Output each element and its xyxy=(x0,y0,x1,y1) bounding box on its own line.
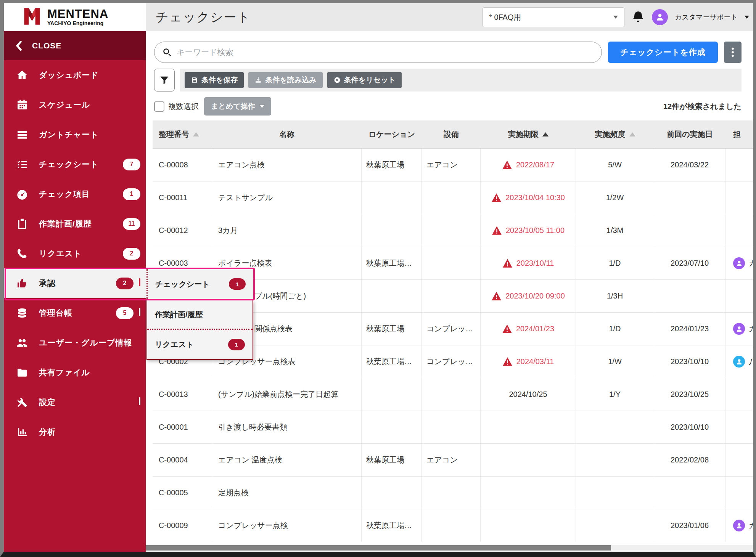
column-header-due[interactable]: 実施期限 xyxy=(481,120,576,148)
sidebar-item-label: リクエスト xyxy=(39,248,82,259)
table-row[interactable]: C-00004エアコン 温度点検秋葉原工場エアコン2022/02/08 xyxy=(153,444,753,477)
scrollbar-thumb[interactable] xyxy=(146,545,611,551)
cell-location: 秋葉原工場… xyxy=(362,345,422,378)
cell-frequency: 1/D xyxy=(576,313,654,345)
logo-subtitle: YACHIYO Engineering xyxy=(47,21,108,26)
users-icon xyxy=(15,336,29,350)
chevron-down-icon xyxy=(613,16,618,19)
cell-last-done: 2023/10/10 xyxy=(654,411,725,443)
cell-equipment xyxy=(422,509,481,542)
cell-assignee xyxy=(725,181,753,214)
cell-equipment: コンプレッ… xyxy=(422,345,481,378)
table-row[interactable]: C-00001引き渡し時必要書類2023/10/10 xyxy=(153,411,753,444)
sidebar-item-label: 作業計画/履歴 xyxy=(39,218,92,229)
create-checksheet-button[interactable]: チェックシートを作成 xyxy=(608,42,718,63)
cell-last-done xyxy=(654,477,725,509)
reset-conditions-button[interactable]: 条件をリセット xyxy=(327,72,402,88)
user-avatar[interactable] xyxy=(652,9,668,25)
assignee-name: 八 xyxy=(749,356,753,367)
reset-conditions-label: 条件をリセット xyxy=(344,75,396,85)
cell-last-done: 2023/07/10 xyxy=(654,247,725,279)
sidebar-item-gantt-chart[interactable]: ガントチャート xyxy=(4,120,146,149)
warning-icon xyxy=(502,258,513,268)
column-header-id[interactable]: 整理番号 xyxy=(153,120,212,148)
table-row[interactable]: C-00008エアコン点検秋葉原工場エアコン2022/08/175/W2024/… xyxy=(153,149,753,181)
due-date: 2024/03/11 xyxy=(516,357,554,366)
sidebar-item-label: ダッシュボード xyxy=(39,70,99,80)
sort-asc-icon xyxy=(193,132,199,136)
table-row[interactable]: C-00009コンプレッサー点検秋葉原工場…2023/01/06カ xyxy=(153,509,753,542)
sidebar-close-button[interactable]: CLOSE xyxy=(4,31,146,60)
sidebar-item-check-item[interactable]: チェック項目1 xyxy=(4,179,146,209)
cell-location xyxy=(362,214,422,247)
cell-location xyxy=(362,280,422,312)
load-conditions-button[interactable]: 条件を読み込み xyxy=(248,72,322,88)
filter-toggle-button[interactable] xyxy=(154,69,175,91)
sidebar-item-approval[interactable]: 承認2 xyxy=(4,268,146,298)
cell-last-done xyxy=(654,280,725,312)
cell-due-date xyxy=(481,411,576,443)
sort-asc-icon xyxy=(629,132,635,136)
kebab-menu-button[interactable] xyxy=(724,42,742,63)
due-date: 2022/08/17 xyxy=(516,161,554,169)
table-row[interactable]: C-00013(サンプル)始業前点検ー完了日起算2024/10/251/Y202… xyxy=(153,378,753,411)
cell-due-date xyxy=(481,444,576,476)
cell-assignee xyxy=(725,477,753,509)
assignee-avatar xyxy=(733,356,745,368)
warning-icon xyxy=(502,324,512,334)
cell-assignee: カ xyxy=(725,247,753,279)
count-badge: 1 xyxy=(229,278,246,290)
column-header-label: ロケーション xyxy=(368,129,415,140)
search-icon xyxy=(162,47,172,57)
cell-name: (サンプル)始業前点検ー完了日起算 xyxy=(212,378,362,411)
circle-x-icon xyxy=(333,76,341,84)
user-name[interactable]: カスタマーサポート xyxy=(675,13,738,22)
sidebar-item-shared-files[interactable]: 共有ファイル xyxy=(4,358,146,387)
cell-id: C-00004 xyxy=(153,444,212,476)
sidebar-nav: ダッシュボードスケジュールガントチャートチェックシート7チェック項目1作業計画/… xyxy=(4,60,146,447)
sidebar-item-settings[interactable]: 設定 xyxy=(4,387,146,417)
cell-equipment xyxy=(422,477,481,509)
sidebar-item-work-plan-history[interactable]: 作業計画/履歴11 xyxy=(4,209,146,239)
due-date: 2024/10/25 xyxy=(509,390,547,399)
save-conditions-button[interactable]: 条件を保存 xyxy=(185,72,244,88)
table-row[interactable]: C-00005定期点検 xyxy=(153,477,753,509)
count-badge: 2 xyxy=(116,278,134,289)
notification-bell-icon[interactable] xyxy=(631,10,645,24)
cell-id: C-00005 xyxy=(153,477,212,509)
horizontal-scrollbar[interactable] xyxy=(146,545,753,551)
sidebar-item-analytics[interactable]: 分析 xyxy=(4,417,146,447)
logo[interactable]: MENTENA YACHIYO Engineering xyxy=(4,3,146,31)
workspace-select[interactable]: * 0FAQ用 xyxy=(483,7,624,27)
sidebar-item-label: 管理台帳 xyxy=(39,308,72,318)
cell-frequency: 1/Y xyxy=(576,378,654,411)
column-header-freq[interactable]: 実施頻度 xyxy=(576,120,654,148)
cell-location: 秋葉原工場… xyxy=(362,247,422,279)
count-badge: 11 xyxy=(123,218,140,230)
cell-id: C-00012 xyxy=(153,214,212,247)
cell-frequency: 1/3M xyxy=(576,214,654,247)
cell-equipment: コンプレッ… xyxy=(422,313,481,345)
sidebar-item-request[interactable]: リクエスト2 xyxy=(4,239,146,268)
cell-id: C-00001 xyxy=(153,411,212,443)
submenu-item-checksheet[interactable]: チェックシート1 xyxy=(146,269,253,299)
multi-select-checkbox[interactable] xyxy=(154,101,164,112)
cell-due-date: 2024/10/25 xyxy=(481,378,576,411)
submenu-item-request[interactable]: リクエスト1 xyxy=(147,330,253,359)
cell-frequency xyxy=(576,477,654,509)
bulk-action-button[interactable]: まとめて操作 xyxy=(204,97,271,116)
user-menu-chevron-icon[interactable] xyxy=(745,16,749,19)
submenu-item-work-plan-history[interactable]: 作業計画/履歴 xyxy=(147,300,253,330)
sidebar-item-schedule[interactable]: スケジュール xyxy=(4,90,146,120)
sidebar-item-dashboard[interactable]: ダッシュボード xyxy=(4,60,146,90)
sidebar-item-checksheet[interactable]: チェックシート7 xyxy=(4,149,146,179)
table-row[interactable]: C-000123カ月2023/10/05 11:001/3M xyxy=(153,214,753,247)
cell-assignee xyxy=(725,444,753,476)
search-input[interactable] xyxy=(177,48,594,57)
sidebar-item-user-group-info[interactable]: ユーザー・グループ情報 xyxy=(4,328,146,358)
download-icon xyxy=(254,76,262,84)
table-row[interactable]: C-00011テストサンプル2023/10/04 10:301/2W xyxy=(153,181,753,214)
cell-name: 引き渡し時必要書類 xyxy=(212,411,362,443)
cell-name: コンプレッサー点検 xyxy=(212,509,362,542)
sidebar-item-ledger[interactable]: 管理台帳5 xyxy=(4,298,146,328)
